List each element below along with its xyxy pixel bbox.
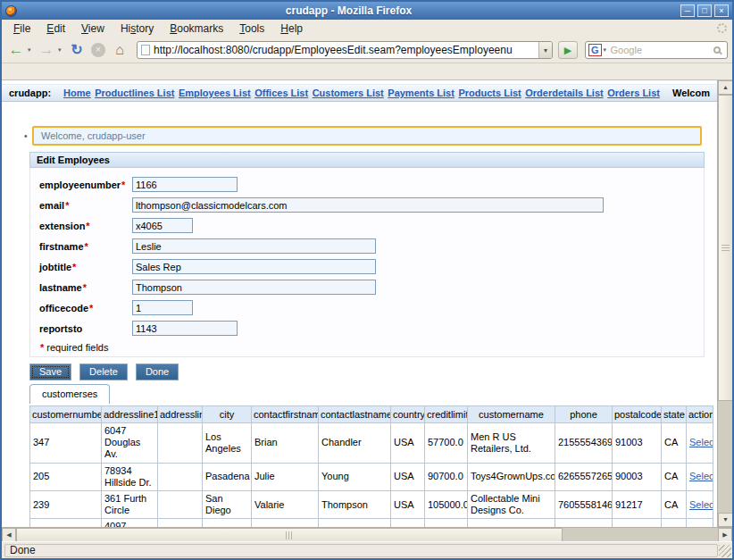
form-row: firstname* xyxy=(30,236,704,256)
cell-state: CA xyxy=(662,463,687,490)
cell-contactfirstname: Julie xyxy=(252,463,319,490)
email-input[interactable] xyxy=(132,197,604,213)
column-header-city: city xyxy=(203,406,252,423)
vertical-scrollbar-thumb[interactable] xyxy=(718,95,733,401)
required-asterisk: * xyxy=(89,303,93,313)
menu-tools[interactable]: Tools xyxy=(231,21,272,37)
search-engine-dropdown[interactable]: ▾ xyxy=(604,46,611,54)
cell-addressline2 xyxy=(158,423,203,464)
save-button[interactable]: Save xyxy=(29,364,71,380)
nav-link-home[interactable]: Home xyxy=(63,88,91,98)
home-button[interactable]: ⌂ xyxy=(110,40,129,60)
extension-input[interactable] xyxy=(132,218,193,233)
officecode-input[interactable] xyxy=(132,300,193,315)
select-link[interactable]: Select xyxy=(689,499,713,510)
cell-city: San Diego xyxy=(203,490,252,518)
form-title: Edit Employees xyxy=(29,152,705,168)
cell-creditlimit: 11000.0 xyxy=(425,519,468,527)
menu-history[interactable]: History xyxy=(113,21,162,37)
column-header-contactlastname: contactlastname xyxy=(319,406,391,423)
cell-contactlastname: Thompson xyxy=(319,490,391,518)
required-asterisk: * xyxy=(86,221,89,231)
form-row: extension* xyxy=(30,215,704,236)
nav-link-productlines-list[interactable]: Productlines List xyxy=(95,88,174,98)
cell-country: USA xyxy=(391,490,425,518)
column-header-postalcode: postalcode xyxy=(613,406,662,423)
close-button[interactable]: × xyxy=(714,4,729,17)
table-header: customernumberaddressline1addressline2ci… xyxy=(30,406,713,423)
cell-state: CA xyxy=(662,490,687,518)
table-row: 3476047 Douglas Av.Los AngelesBrianChand… xyxy=(30,423,713,464)
menu-bookmarks[interactable]: Bookmarks xyxy=(162,21,231,37)
menu-edit[interactable]: Edit xyxy=(38,21,73,37)
menu-help[interactable]: Help xyxy=(272,21,311,37)
message-bullet-icon: • xyxy=(24,131,28,141)
cell-addressline1: 6047 Douglas Av. xyxy=(102,423,158,464)
resize-grip[interactable] xyxy=(719,545,731,557)
field-label: jobtitle* xyxy=(39,262,132,272)
nav-link-payments-list[interactable]: Payments List xyxy=(388,88,455,98)
cell-postalcode: 90003 xyxy=(613,463,662,490)
select-link[interactable]: Select xyxy=(689,471,713,481)
go-button[interactable]: ▶ xyxy=(558,41,578,59)
cell-city: Los Angeles xyxy=(203,423,252,464)
horizontal-scrollbar[interactable]: ◀ ▶ xyxy=(2,527,732,541)
back-dropdown-icon[interactable]: ▾ xyxy=(28,46,35,54)
search-icon[interactable] xyxy=(713,46,721,54)
maximize-button[interactable]: □ xyxy=(697,4,712,17)
delete-button[interactable]: Delete xyxy=(79,364,128,380)
employeenumber-input[interactable] xyxy=(132,177,238,192)
form-row: email* xyxy=(30,195,704,215)
forward-button[interactable]: → xyxy=(37,40,56,60)
vertical-scrollbar[interactable]: ▲ ▼ xyxy=(717,80,732,527)
back-button[interactable]: ← xyxy=(6,40,26,60)
app-brand: crudapp: xyxy=(9,88,51,98)
nav-link-offices-list[interactable]: Offices List xyxy=(254,88,308,98)
scrollbar-grip-icon xyxy=(721,245,730,252)
cell-addressline1: 361 Furth Circle xyxy=(102,490,158,518)
cell-postalcode: 91217 xyxy=(613,490,662,518)
horizontal-scrollbar-thumb[interactable] xyxy=(16,528,563,542)
url-input[interactable] xyxy=(154,44,538,56)
column-header-customername: customername xyxy=(468,406,555,423)
cell-customername: Collectable Mini Designs Co. xyxy=(468,490,555,518)
nav-link-products-list[interactable]: Products List xyxy=(458,88,521,98)
menu-view[interactable]: View xyxy=(73,21,113,37)
nav-link-orders-list[interactable]: Orders List xyxy=(607,88,660,98)
scroll-left-button[interactable]: ◀ xyxy=(2,528,16,542)
stop-button[interactable]: × xyxy=(91,43,105,57)
cell-state: CA xyxy=(662,423,687,464)
search-bar: G ▾ xyxy=(585,41,728,59)
url-history-dropdown[interactable]: ▾ xyxy=(538,42,552,58)
navigation-toolbar: ← ▾ → ▾ ↻ × ⌂ ▾ ▶ G ▾ xyxy=(2,38,732,63)
lastname-input[interactable] xyxy=(132,280,376,295)
table-body: 3476047 Douglas Av.Los AngelesBrianChand… xyxy=(30,423,713,528)
cell-customername: Boards & Toys Co. xyxy=(468,519,555,527)
firstname-input[interactable] xyxy=(132,238,376,254)
reportsto-input[interactable] xyxy=(132,321,238,336)
form-row: lastname* xyxy=(30,277,704,297)
titlebar: crudapp - Mozilla Firefox ─ □ × xyxy=(2,2,732,20)
cell-customernumber: 219 xyxy=(30,519,102,527)
url-bar: ▾ xyxy=(137,41,553,59)
tab-customerses[interactable]: customerses xyxy=(29,384,110,404)
scroll-down-button[interactable]: ▼ xyxy=(718,513,733,527)
cell-city: Glendale xyxy=(203,519,252,527)
cell-creditlimit: 105000.0 xyxy=(425,490,468,518)
done-button[interactable]: Done xyxy=(136,364,179,380)
scroll-right-button[interactable]: ▶ xyxy=(718,528,732,542)
page-content: crudapp: HomeProductlines ListEmployees … xyxy=(2,80,717,527)
nav-link-orderdetails-list[interactable]: Orderdetails List xyxy=(525,88,603,98)
reload-button[interactable]: ↻ xyxy=(67,40,87,60)
cell-creditlimit: 57700.0 xyxy=(425,423,468,464)
search-input[interactable] xyxy=(611,45,713,55)
scroll-up-button[interactable]: ▲ xyxy=(718,80,733,95)
nav-link-customers-list[interactable]: Customers List xyxy=(313,88,384,98)
jobtitle-input[interactable] xyxy=(132,259,376,274)
field-label: email* xyxy=(39,200,132,211)
minimize-button[interactable]: ─ xyxy=(680,4,695,17)
menu-file[interactable]: File xyxy=(5,21,38,37)
forward-dropdown-icon[interactable]: ▾ xyxy=(58,46,65,54)
select-link[interactable]: Select xyxy=(689,437,713,447)
nav-link-employees-list[interactable]: Employees List xyxy=(179,88,251,98)
